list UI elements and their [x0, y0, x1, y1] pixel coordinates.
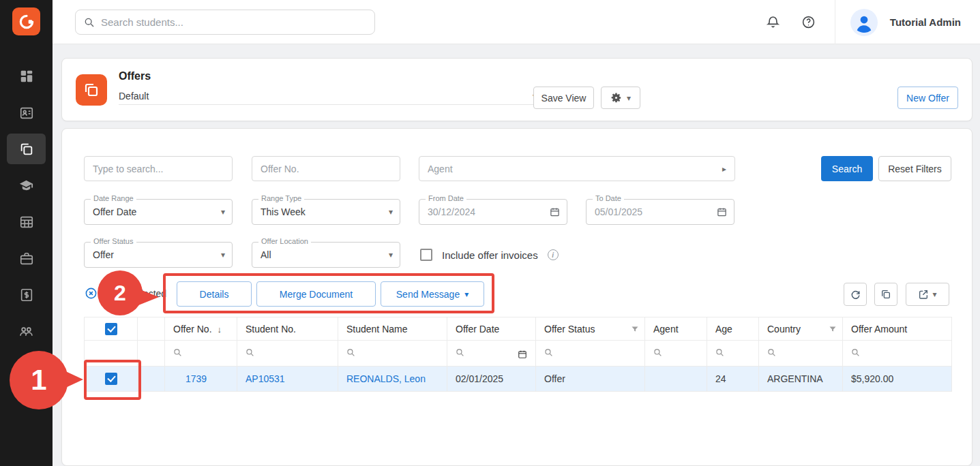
col-student-no[interactable]: Student No. — [237, 317, 338, 341]
sidebar-item-services[interactable] — [7, 243, 46, 274]
chevron-right-icon[interactable]: ▸ — [722, 165, 726, 173]
from-date-field[interactable]: From Date 30/12/2024 — [419, 199, 567, 225]
annotation-arrow-step2 — [138, 289, 159, 305]
offers-tile — [76, 74, 107, 106]
search-button[interactable]: Search — [821, 156, 873, 181]
sidebar-item-partners[interactable] — [7, 316, 46, 347]
filter-student-name[interactable] — [338, 341, 447, 367]
new-offer-button[interactable]: New Offer — [897, 87, 958, 109]
include-invoices-checkbox[interactable] — [420, 249, 432, 261]
from-date-label: From Date — [426, 194, 466, 202]
col-student-name[interactable]: Student Name — [338, 317, 447, 341]
search-icon — [767, 348, 776, 357]
filter-agent[interactable] — [645, 341, 707, 367]
search-icon — [346, 348, 355, 357]
search-input[interactable] — [101, 16, 366, 28]
filter-offer-no[interactable] — [165, 341, 237, 367]
filter-funnel-icon[interactable] — [829, 325, 837, 333]
col-agent[interactable]: Agent — [645, 317, 707, 341]
sidebar-item-offers[interactable] — [7, 134, 46, 164]
offer-date-cell: 02/01/2025 — [456, 373, 503, 384]
global-search[interactable] — [75, 10, 375, 35]
clear-selection-icon[interactable] — [85, 287, 98, 300]
save-view-button[interactable]: Save View — [533, 87, 594, 109]
filter-funnel-icon[interactable] — [631, 325, 639, 333]
student-no-link[interactable]: AP10531 — [246, 373, 285, 384]
calendar-icon[interactable] — [717, 207, 727, 217]
age-cell: 24 — [715, 373, 726, 384]
sidebar-item-courses[interactable] — [7, 170, 46, 201]
sidebar-item-dashboard[interactable] — [7, 61, 46, 91]
page-title: Offers — [119, 70, 151, 82]
agent-input[interactable] — [428, 164, 722, 174]
calendar-icon[interactable] — [518, 350, 527, 359]
view-selector[interactable]: Default ▾ — [119, 87, 537, 105]
notifications-button[interactable] — [760, 9, 787, 36]
col-offer-date[interactable]: Offer Date — [447, 317, 536, 341]
filter-offer-status[interactable] — [536, 341, 645, 367]
search-icon — [544, 348, 553, 357]
student-name-link[interactable]: REONALDS, Leon — [346, 373, 426, 384]
keyword-search-field — [84, 156, 233, 181]
offer-status-select[interactable]: Offer Status Offer ▾ — [84, 242, 233, 268]
agent-field: ▸ — [419, 156, 735, 181]
search-icon — [84, 17, 95, 28]
range-type-value: This Week — [261, 206, 306, 217]
filter-age[interactable] — [707, 341, 759, 367]
table-row[interactable]: 1739 AP10531 REONALDS, Leon 02/01/2025 O… — [85, 367, 952, 392]
filter-offer-date[interactable] — [447, 341, 536, 367]
offer-status-label: Offer Status — [91, 237, 136, 245]
help-button[interactable] — [795, 9, 822, 36]
filter-offer-amount[interactable] — [843, 341, 952, 367]
col-student-no-label: Student No. — [246, 324, 296, 335]
offer-no-link[interactable]: 1739 — [185, 373, 207, 384]
date-range-value: Offer Date — [93, 206, 136, 217]
sidebar-item-programs[interactable] — [7, 206, 46, 237]
reset-filters-button[interactable]: Reset Filters — [878, 156, 951, 181]
offer-location-select[interactable]: Offer Location All ▾ — [252, 242, 400, 268]
col-country[interactable]: Country — [759, 317, 843, 341]
expand-column-header — [138, 317, 165, 341]
col-agent-label: Agent — [653, 324, 679, 335]
search-button-label: Search — [832, 164, 862, 174]
sort-desc-icon: ↓ — [218, 324, 222, 335]
filter-student-no[interactable] — [237, 341, 338, 367]
range-type-select[interactable]: Range Type This Week ▾ — [252, 199, 400, 225]
filter-country[interactable] — [759, 341, 843, 367]
new-offer-label: New Offer — [906, 93, 949, 104]
app-logo[interactable] — [12, 7, 40, 35]
offers-grid: Offer No.↓ Student No. Student Name Offe… — [84, 317, 951, 392]
calendar-icon[interactable] — [550, 207, 560, 217]
search-icon — [456, 348, 464, 357]
app-root: Tutorial Admin Offers Default ▾ Save Vie… — [0, 0, 980, 466]
col-offer-amount[interactable]: Offer Amount — [843, 317, 952, 341]
refresh-button[interactable] — [844, 283, 867, 306]
country-cell: ARGENTINA — [767, 373, 823, 384]
topbar-right: Tutorial Admin — [760, 0, 980, 44]
invoices-icon — [19, 288, 34, 302]
col-offer-status[interactable]: Offer Status — [536, 317, 645, 341]
bell-icon — [766, 15, 780, 29]
info-icon[interactable]: i — [548, 249, 559, 260]
grid-icon — [19, 215, 34, 230]
col-offer-no-label: Offer No. — [173, 324, 212, 335]
export-button[interactable]: ▾ — [906, 283, 949, 306]
save-view-label: Save View — [541, 93, 586, 104]
col-offer-no[interactable]: Offer No.↓ — [165, 317, 237, 341]
keyword-search-input[interactable] — [93, 164, 224, 174]
to-date-field[interactable]: To Date 05/01/2025 — [586, 199, 734, 225]
sidebar-item-contacts[interactable] — [7, 97, 46, 128]
copy-button[interactable] — [874, 283, 897, 306]
annotation-rect-step2 — [163, 273, 494, 313]
view-settings-button[interactable]: ▾ — [601, 87, 640, 109]
search-icon — [173, 348, 182, 357]
courses-icon — [18, 178, 34, 193]
col-offer-status-label: Offer Status — [544, 324, 595, 335]
sidebar-item-invoices[interactable] — [7, 279, 46, 310]
select-all-checkbox[interactable] — [105, 323, 117, 335]
col-age[interactable]: Age — [707, 317, 759, 341]
date-range-select[interactable]: Date Range Offer Date ▾ — [84, 199, 233, 225]
annotation-step1-number: 1 — [31, 364, 46, 397]
profile-menu[interactable]: Tutorial Admin — [842, 9, 980, 36]
offer-no-input[interactable] — [261, 164, 391, 174]
